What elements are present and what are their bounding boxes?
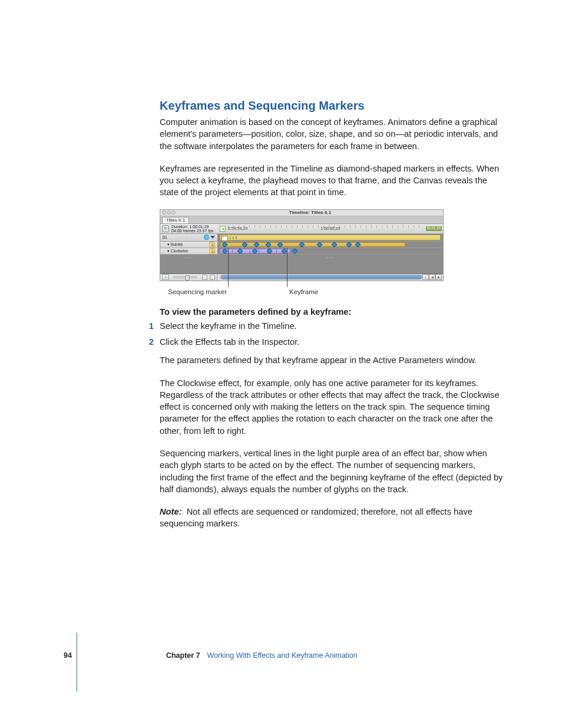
zoom-slider[interactable]	[173, 276, 197, 279]
subtrack-bubble-label: Bubble	[171, 242, 183, 246]
divider-icon[interactable]: |	[422, 274, 429, 280]
after-steps-paragraph: The parameters defined by that keyframe …	[160, 354, 504, 366]
track-header-01[interactable]: 01	[160, 234, 217, 242]
chapter-label: Chapter 7	[166, 651, 200, 660]
note-label: Note:	[160, 507, 182, 516]
keyframe-icon[interactable]	[292, 248, 298, 254]
chevron-down-icon[interactable]	[210, 236, 215, 239]
ruler-label-mid: 1:00:00;29	[320, 226, 340, 230]
clip-label: 1 2 3	[229, 236, 237, 239]
duration-label: Duration: 1:00:01;29	[171, 225, 214, 229]
keyframe-icon[interactable]	[242, 242, 248, 248]
clip-bar-01[interactable]: 1 2 3	[220, 235, 441, 241]
keyframe-icon[interactable]	[317, 242, 323, 248]
callout-keyframe: Keyframe	[289, 288, 318, 295]
keyframe-icon[interactable]	[266, 242, 272, 248]
timeline-scrollbar-area: | ◀ ▶	[217, 274, 443, 281]
section-heading: Keyframes and Sequencing Markers	[160, 99, 504, 113]
tab-bar: Titles 6.1	[160, 216, 443, 224]
window-titlebar: Timeline: Titles 6.1	[160, 210, 443, 216]
step-number: 1	[146, 320, 154, 332]
scroll-nav-buttons: | ◀ ▶	[422, 274, 442, 280]
keyframe-icon[interactable]	[277, 242, 283, 248]
keyframe-icon[interactable]	[299, 242, 305, 248]
callout-sequencing-marker: Sequencing marker	[167, 288, 227, 295]
chapter-title: Working With Effects and Keyframe Animat…	[207, 651, 358, 660]
track-01-row[interactable]: 1 2 3	[217, 234, 443, 242]
intro-paragraph-1: Computer animation is based on the conce…	[160, 116, 504, 152]
sequencing-paragraph: Sequencing markers, vertical lines in th…	[160, 447, 504, 495]
timeline-figure: Timeline: Titles 6.1 Titles 6.1 ↻ Durati…	[160, 209, 504, 297]
keyframe-icon[interactable]	[222, 242, 228, 248]
step-number: 2	[146, 336, 154, 348]
note-body: Not all effects are sequenced or randomi…	[160, 507, 472, 528]
track-visibility-icon[interactable]	[204, 235, 209, 240]
duration-info: ↻ Duration: 1:00:01;29 04:00 frames 23.9…	[160, 224, 217, 234]
in-marker-icon[interactable]: ◀	[220, 226, 226, 232]
lock-icon[interactable]: 🔒	[209, 242, 215, 248]
tab-titles-6-1[interactable]: Titles 6.1	[162, 217, 189, 223]
step-text: Select the keyframe in the Timeline.	[160, 320, 297, 332]
step-2: 2 Click the Effects tab in the Inspector…	[160, 336, 504, 348]
page-footer: 94 Chapter 7 Working With Effects and Ke…	[64, 651, 358, 660]
lock-icon[interactable]: 🔒	[209, 248, 215, 254]
time-ruler[interactable]: ◀ 0:59:59;29 1:00:00;29 00:01;25	[217, 224, 443, 234]
subtrack-clockwise[interactable]: ▾ Clockwise 🔒	[160, 248, 217, 255]
intro-paragraph-2: Keyframes are represented in the Timelin…	[160, 163, 504, 199]
bubble-effect-bar[interactable]	[220, 242, 405, 247]
mini-button-2[interactable]	[210, 275, 215, 280]
margin-rule	[77, 633, 77, 691]
loop-icon[interactable]: ↻	[162, 225, 169, 232]
scroll-right-icon[interactable]: ▶	[435, 274, 442, 280]
keyframe-icon[interactable]	[355, 242, 361, 248]
minimize-icon[interactable]	[167, 210, 171, 215]
procedure-heading: To view the parameters defined by a keyf…	[160, 307, 504, 317]
left-footer-controls: ▾	[160, 274, 217, 281]
traffic-lights[interactable]	[160, 210, 177, 215]
subtrack-bubble[interactable]: ▾ Bubble 🔒	[160, 242, 217, 248]
step-text: Click the Effects tab in the Inspector.	[160, 336, 299, 348]
close-icon[interactable]	[162, 210, 166, 215]
scroll-left-icon[interactable]: ◀	[429, 274, 435, 280]
left-spacer: •••	[160, 255, 217, 274]
subtrack-clockwise-label: Clockwise	[171, 249, 188, 253]
keyframe-icon[interactable]	[254, 242, 260, 248]
page-number: 94	[64, 651, 72, 660]
zoom-icon[interactable]	[171, 210, 176, 215]
disclosure-button[interactable]: ▾	[162, 274, 169, 280]
right-spacer: •••	[217, 255, 443, 274]
step-1: 1 Select the keyframe in the Timeline.	[160, 320, 504, 332]
clockwise-paragraph: The Clockwise effect, for example, only …	[160, 377, 504, 437]
horizontal-scrollbar[interactable]	[220, 275, 432, 279]
note-paragraph: Note: Not all effects are sequenced or r…	[160, 506, 504, 530]
mini-button-1[interactable]	[202, 275, 207, 280]
fps-label: 04:00 frames 23.97 fps	[171, 229, 214, 233]
window-title: Timeline: Titles 6.1	[177, 210, 443, 215]
keyframe-icon[interactable]	[346, 242, 352, 248]
bubble-effect-row[interactable]	[217, 242, 443, 248]
track-name: 01	[163, 235, 167, 239]
keyframe-icon[interactable]	[332, 242, 338, 248]
clockwise-effect-row[interactable]	[217, 248, 443, 255]
ruler-label-end: 00:01;25	[426, 226, 442, 231]
